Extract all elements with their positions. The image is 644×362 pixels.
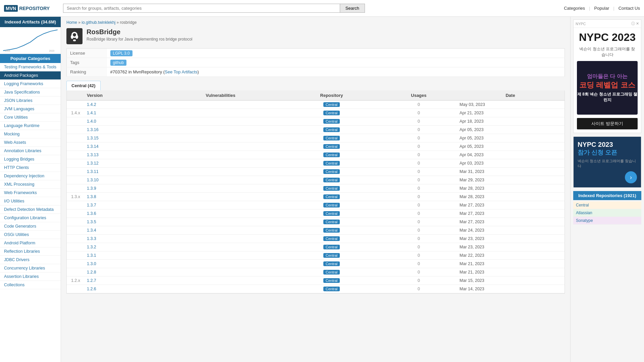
sidebar-item-2[interactable]: Logging Frameworks	[0, 80, 61, 88]
sidebar-item-8[interactable]: Mocking	[0, 130, 61, 138]
ranking-link[interactable]: See Top Artifacts	[165, 69, 197, 74]
sidebar-item-15[interactable]: Web Frameworks	[0, 189, 61, 197]
version-link[interactable]: 1.4.1	[87, 111, 96, 115]
sidebar-item-1[interactable]: Android Packages	[0, 71, 61, 80]
usages-cell: 0	[381, 159, 456, 168]
logo-repository[interactable]: REPOSITORY	[19, 6, 50, 11]
repository-badge[interactable]: Central	[323, 228, 340, 233]
version-link[interactable]: 1.3.2	[87, 245, 96, 249]
search-input[interactable]	[63, 4, 340, 13]
version-link[interactable]: 1.3.11	[87, 169, 99, 174]
version-link[interactable]: 1.3.9	[87, 186, 96, 191]
repository-badge[interactable]: Central	[323, 220, 340, 224]
repository-badge[interactable]: Central	[323, 153, 340, 157]
sidebar-item-13[interactable]: Dependency Injection	[0, 172, 61, 180]
repository-badge[interactable]: Central	[323, 119, 340, 124]
version-link[interactable]: 1.3.8	[87, 194, 96, 199]
breadcrumb-home[interactable]: Home	[66, 20, 77, 25]
repository-badge[interactable]: Central	[323, 178, 340, 182]
repository-badge[interactable]: Central	[323, 186, 340, 191]
sidebar-item-23[interactable]: JDBC Drivers	[0, 256, 61, 264]
repository-badge[interactable]: Central	[323, 245, 340, 249]
sidebar-item-22[interactable]: Reflection Libraries	[0, 247, 61, 256]
repository-badge[interactable]: Central	[323, 287, 340, 291]
version-link[interactable]: 1.3.10	[87, 178, 99, 182]
sidebar-item-10[interactable]: Annotation Libraries	[0, 147, 61, 155]
breadcrumb-group[interactable]: io.github.twinklekhj	[82, 20, 115, 25]
sidebar-item-3[interactable]: Java Specifications	[0, 88, 61, 97]
license-badge[interactable]: LGPL 3.0	[110, 50, 132, 56]
sidebar-item-19[interactable]: Code Generators	[0, 222, 61, 231]
indexed-repos-header: Indexed Repositories (1921)	[573, 191, 641, 200]
version-link[interactable]: 1.3.14	[87, 144, 99, 149]
version-link[interactable]: 1.3.7	[87, 203, 96, 207]
sidebar-item-20[interactable]: OSGi Utilities	[0, 231, 61, 239]
nav-popular[interactable]: Popular	[594, 6, 609, 11]
repository-badge[interactable]: Central	[323, 144, 340, 149]
sidebar-item-16[interactable]: I/O Utilities	[0, 197, 61, 205]
version-link[interactable]: 1.3.13	[87, 153, 99, 157]
repository-badge[interactable]: Central	[323, 161, 340, 166]
version-link[interactable]: 1.3.15	[87, 136, 99, 140]
ad-visit-button[interactable]: 사이트 방문하기	[577, 118, 638, 129]
sidebar-item-11[interactable]: Logging Bridges	[0, 155, 61, 164]
repo-item-central[interactable]: Central	[573, 201, 641, 209]
artifact-icon	[66, 28, 83, 44]
version-link[interactable]: 1.3.12	[87, 161, 99, 166]
indexed-artifacts-button[interactable]: Indexed Artifacts (34.6M)	[0, 17, 61, 27]
ad2-button[interactable]: ›	[625, 171, 637, 183]
repository-badge[interactable]: Central	[323, 127, 340, 132]
version-link[interactable]: 1.3.5	[87, 220, 96, 224]
nav-categories[interactable]: Categories	[564, 6, 585, 11]
svg-text:2005: 2005	[5, 50, 10, 52]
repository-badge[interactable]: Central	[323, 136, 340, 140]
repository-badge[interactable]: Central	[323, 102, 340, 107]
version-link[interactable]: 1.3.3	[87, 236, 96, 241]
repository-badge[interactable]: Central	[323, 261, 340, 266]
sidebar-item-25[interactable]: Assertion Libraries	[0, 273, 61, 281]
repository-badge[interactable]: Central	[323, 194, 340, 199]
version-link[interactable]: 1.2.6	[87, 287, 96, 291]
sidebar-item-4[interactable]: JSON Libraries	[0, 97, 61, 105]
repository-badge[interactable]: Central	[323, 236, 340, 241]
logo-mvn[interactable]: MVN	[4, 5, 18, 12]
sidebar-item-7[interactable]: Language Runtime	[0, 122, 61, 130]
repository-badge[interactable]: Central	[323, 253, 340, 258]
sidebar-item-21[interactable]: Android Platform	[0, 239, 61, 247]
sidebar-item-14[interactable]: XML Processing	[0, 180, 61, 189]
repo-item-atlassian[interactable]: Atlassian	[573, 209, 641, 217]
search-button[interactable]: Search	[340, 4, 365, 13]
repository-badge[interactable]: Central	[323, 211, 340, 216]
sidebar-item-12[interactable]: HTTP Clients	[0, 164, 61, 172]
sidebar-item-26[interactable]: Collections	[0, 281, 61, 289]
version-link[interactable]: 1.3.16	[87, 127, 99, 132]
sidebar-item-9[interactable]: Web Assets	[0, 138, 61, 147]
version-link[interactable]: 1.2.7	[87, 278, 96, 283]
tag-badge[interactable]: github	[110, 60, 127, 66]
vulnerabilities-cell	[159, 101, 282, 109]
sidebar-item-24[interactable]: Concurrency Libraries	[0, 264, 61, 273]
sidebar-item-18[interactable]: Configuration Libraries	[0, 214, 61, 222]
version-link[interactable]: 1.3.0	[87, 261, 96, 266]
repository-badge[interactable]: Central	[323, 111, 340, 115]
nav-contact[interactable]: Contact Us	[619, 6, 640, 11]
repository-badge[interactable]: Central	[323, 270, 340, 275]
repository-badge[interactable]: Central	[323, 203, 340, 207]
version-link[interactable]: 1.3.4	[87, 228, 96, 233]
sidebar-item-17[interactable]: Defect Detection Metadata	[0, 205, 61, 214]
ad-content: NYPC 2023 넥슨이 청소년 프로그래머를 찾 습니다 엄마들은 다 아는…	[574, 28, 641, 133]
table-row: 1.3.16Central0Apr 05, 2023	[67, 126, 565, 134]
version-link[interactable]: 1.3.6	[87, 211, 96, 216]
metadata-tags-row: Tags github	[67, 58, 565, 67]
version-link[interactable]: 1.2.8	[87, 270, 96, 275]
version-link[interactable]: 1.4.2	[87, 102, 96, 107]
version-link[interactable]: 1.4.0	[87, 119, 96, 124]
repository-badge[interactable]: Central	[323, 169, 340, 174]
sidebar-item-0[interactable]: Testing Frameworks & Tools	[0, 63, 61, 71]
repository-badge[interactable]: Central	[323, 278, 340, 283]
tab-central[interactable]: Central (42)	[66, 81, 101, 90]
version-link[interactable]: 1.3.1	[87, 253, 96, 258]
repo-item-sonatype[interactable]: Sonatype	[573, 217, 641, 225]
sidebar-item-6[interactable]: Core Utilities	[0, 113, 61, 122]
sidebar-item-5[interactable]: JVM Languages	[0, 105, 61, 113]
